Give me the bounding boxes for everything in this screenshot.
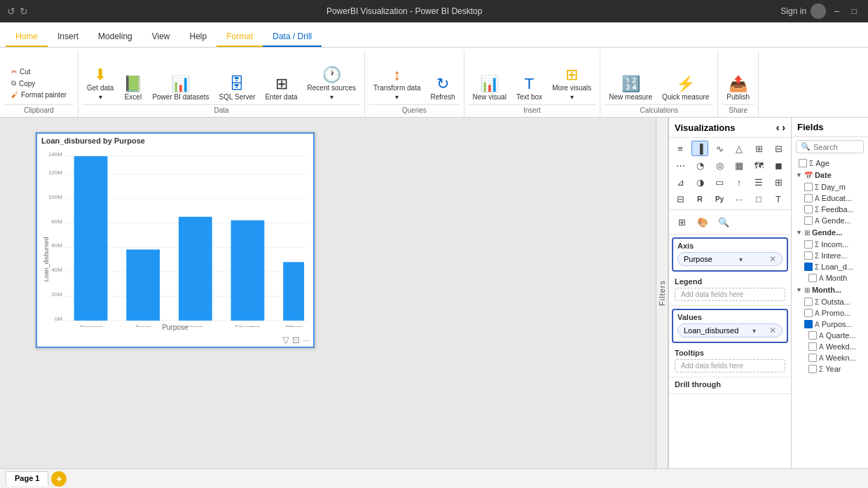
viz-filled-map-icon[interactable]: ◼ — [770, 158, 787, 173]
tab-insert[interactable]: Insert — [48, 27, 88, 47]
filters-tab[interactable]: Filters — [656, 118, 668, 468]
field-row-gende1[interactable]: A Gende... — [792, 215, 868, 226]
tab-format[interactable]: Format — [216, 27, 263, 47]
field-row-year[interactable]: Σ Year — [792, 363, 868, 375]
field-group-gendeh[interactable]: ▼ ⊞ Gende... — [792, 226, 868, 239]
viz-funnel-icon[interactable]: ⊿ — [672, 174, 689, 190]
feedba-checkbox[interactable] — [804, 205, 813, 214]
more-visuals-button[interactable]: ⊞ More visuals ▾ — [548, 65, 595, 103]
viz-column-icon[interactable]: ▐ — [691, 141, 708, 156]
field-row-outsta[interactable]: Σ Outsta... — [792, 296, 868, 307]
field-row-month1[interactable]: A Month — [792, 272, 868, 284]
viz-prev-icon[interactable]: ‹ — [776, 122, 780, 133]
viz-donut-icon[interactable]: ◎ — [711, 158, 728, 173]
sign-in-label[interactable]: Sign in — [780, 6, 806, 16]
viz-r-icon[interactable]: R — [691, 191, 708, 207]
field-row-weekd[interactable]: A Weekd... — [792, 341, 868, 352]
gende1-checkbox[interactable] — [804, 216, 813, 225]
year-checkbox[interactable] — [808, 365, 817, 373]
tooltips-empty[interactable]: Add data fields here — [675, 359, 785, 372]
viz-pie-icon[interactable]: ◔ — [691, 158, 708, 173]
sql-server-button[interactable]: 🗄 SQL Server — [215, 74, 260, 103]
values-field-remove[interactable]: ✕ — [769, 326, 776, 335]
purpos-checkbox[interactable] — [804, 320, 813, 328]
field-group-monthh[interactable]: ▼ ⊞ Month... — [792, 284, 868, 296]
publish-button[interactable]: 📤 Publish — [722, 74, 754, 103]
loand-checkbox[interactable] — [804, 263, 813, 271]
format-painter-button[interactable]: 🖌 Format painter — [8, 90, 69, 100]
weekd-checkbox[interactable] — [808, 342, 817, 351]
more-options-icon[interactable]: ··· — [303, 335, 310, 345]
chart-container[interactable]: Loan_disbursed by Purpose Loan_disbursed… — [35, 132, 315, 349]
axis-field-chip[interactable]: Purpose ▾ ✕ — [677, 252, 783, 266]
outsta-checkbox[interactable] — [804, 298, 813, 306]
weekn-checkbox[interactable] — [808, 354, 817, 362]
recent-sources-button[interactable]: 🕐 Recent sources ▾ — [303, 65, 360, 103]
legend-empty[interactable]: Add data fields here — [675, 288, 785, 301]
intere-checkbox[interactable] — [804, 251, 813, 260]
copy-button[interactable]: ⧉ Copy — [8, 78, 69, 89]
viz-line-icon[interactable]: ∿ — [711, 141, 728, 156]
viz-format-icon[interactable]: ⊞ — [672, 213, 691, 231]
viz-area-icon[interactable]: △ — [731, 141, 748, 156]
filter-icon[interactable]: ▽ — [282, 335, 289, 345]
viz-card-icon[interactable]: ▭ — [711, 174, 728, 190]
viz-treemap-icon[interactable]: ▦ — [731, 158, 748, 173]
field-row-educat[interactable]: A Educat... — [792, 193, 868, 204]
field-row-age[interactable]: Σ Age — [792, 158, 868, 169]
field-row-daym[interactable]: Σ Day_m — [792, 181, 868, 193]
redo-icon[interactable]: ↻ — [20, 6, 28, 17]
viz-shape-icon[interactable]: □ — [750, 191, 767, 207]
field-group-date[interactable]: ▼ 📅 Date — [792, 169, 868, 181]
field-row-purpos[interactable]: A Purpos... — [792, 319, 868, 330]
tab-view[interactable]: View — [142, 27, 180, 47]
viz-matrix-icon[interactable]: ⊟ — [672, 191, 689, 207]
field-row-quarte[interactable]: A Quarte... — [792, 330, 868, 341]
get-data-button[interactable]: ⬇ Get data ▾ — [83, 65, 118, 103]
viz-ribbon-icon[interactable]: ⊟ — [770, 141, 787, 156]
field-row-loand[interactable]: Σ Loan_d... — [792, 261, 868, 272]
cut-button[interactable]: ✂ Cut — [8, 67, 69, 77]
viz-textbox-viz-icon[interactable]: T — [770, 191, 787, 207]
incom-checkbox[interactable] — [804, 240, 813, 249]
avatar[interactable] — [811, 4, 826, 19]
minimize-btn[interactable]: – — [830, 6, 843, 16]
viz-custom-icon[interactable]: ··· — [731, 191, 748, 207]
new-measure-button[interactable]: 🔢 New measure — [605, 74, 656, 103]
field-row-weekn[interactable]: A Weekn... — [792, 352, 868, 363]
values-field-chip[interactable]: Loan_disbursed ▾ ✕ — [677, 323, 783, 337]
excel-button[interactable]: 📗 Excel — [119, 74, 146, 103]
focus-mode-icon[interactable]: ⊡ — [292, 335, 300, 345]
maximize-btn[interactable]: □ — [848, 6, 861, 16]
page-tab-1[interactable]: Page 1 — [6, 471, 48, 486]
add-page-button[interactable]: + — [51, 471, 67, 487]
daym-checkbox[interactable] — [804, 183, 813, 191]
fields-search[interactable]: 🔍 — [796, 140, 864, 153]
viz-table-icon[interactable]: ⊞ — [770, 174, 787, 190]
fields-search-input[interactable] — [813, 143, 859, 151]
field-row-intere[interactable]: Σ Intere... — [792, 250, 868, 261]
month1-checkbox[interactable] — [808, 274, 817, 282]
age-checkbox[interactable] — [799, 159, 807, 167]
viz-kpi-icon[interactable]: ↑ — [731, 174, 748, 190]
viz-python-icon[interactable]: Py — [711, 191, 728, 207]
viz-map-icon[interactable]: 🗺 — [750, 158, 767, 173]
viz-combo-icon[interactable]: ⊞ — [750, 141, 767, 156]
viz-stacked-bar-icon[interactable]: ≡ — [672, 141, 689, 156]
quarte-checkbox[interactable] — [808, 331, 817, 340]
new-visual-button[interactable]: 📊 New visual — [469, 74, 511, 103]
field-row-feedba[interactable]: Σ Feedba... — [792, 204, 868, 215]
viz-gauge-icon[interactable]: ◑ — [691, 174, 708, 190]
viz-build-icon[interactable]: 🎨 — [693, 213, 712, 231]
viz-slicer-icon[interactable]: ☰ — [750, 174, 767, 190]
field-row-promo[interactable]: A Promo... — [792, 307, 868, 319]
viz-analytics-icon[interactable]: 🔍 — [714, 213, 733, 231]
tab-modeling[interactable]: Modeling — [88, 27, 142, 47]
viz-scatter-icon[interactable]: ⋯ — [672, 158, 689, 173]
enter-data-button[interactable]: ⊞ Enter data — [261, 74, 301, 103]
tab-home[interactable]: Home — [6, 27, 48, 47]
canvas-area[interactable]: Loan_disbursed by Purpose Loan_disbursed… — [0, 118, 656, 468]
transform-data-button[interactable]: ↕ Transform data ▾ — [369, 65, 425, 103]
field-row-incom[interactable]: Σ Incom... — [792, 239, 868, 250]
tab-datadrill[interactable]: Data / Drill — [263, 27, 322, 47]
